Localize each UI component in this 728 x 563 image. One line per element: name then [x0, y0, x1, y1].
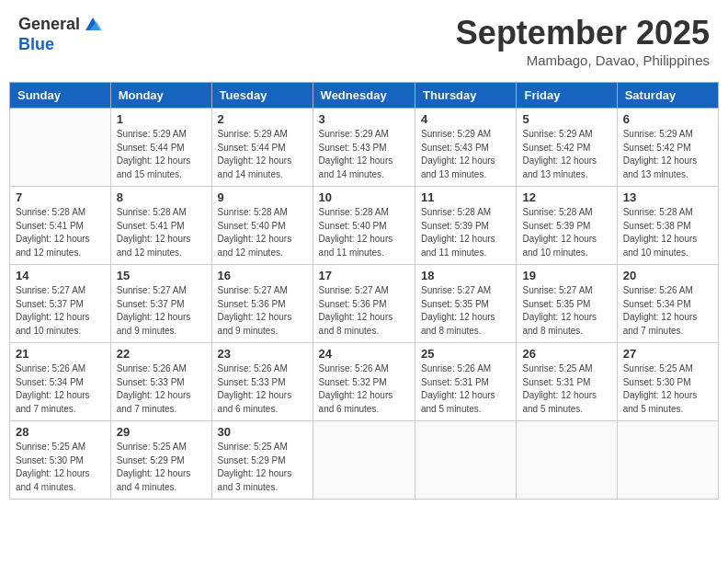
calendar-cell — [313, 421, 415, 500]
day-number: 8 — [117, 190, 206, 204]
day-info: Sunrise: 5:26 AM Sunset: 5:31 PM Dayligh… — [421, 362, 510, 416]
calendar-table: SundayMondayTuesdayWednesdayThursdayFrid… — [9, 82, 719, 500]
calendar-cell: 16Sunrise: 5:27 AM Sunset: 5:36 PM Dayli… — [211, 265, 313, 343]
day-info: Sunrise: 5:25 AM Sunset: 5:29 PM Dayligh… — [218, 441, 307, 494]
calendar-cell: 15Sunrise: 5:27 AM Sunset: 5:37 PM Dayli… — [110, 265, 211, 343]
day-info: Sunrise: 5:28 AM Sunset: 5:38 PM Dayligh… — [623, 206, 712, 259]
calendar-cell: 21Sunrise: 5:26 AM Sunset: 5:34 PM Dayli… — [10, 343, 111, 421]
day-number: 17 — [319, 269, 409, 282]
calendar-cell: 19Sunrise: 5:27 AM Sunset: 5:35 PM Dayli… — [517, 265, 617, 343]
logo: General Blue — [18, 14, 104, 54]
calendar-cell: 11Sunrise: 5:28 AM Sunset: 5:39 PM Dayli… — [415, 187, 517, 265]
column-header-thursday: Thursday — [415, 83, 517, 109]
calendar-cell: 17Sunrise: 5:27 AM Sunset: 5:36 PM Dayli… — [313, 265, 415, 343]
logo-blue-text: Blue — [18, 36, 104, 54]
day-number: 28 — [16, 425, 105, 439]
day-info: Sunrise: 5:27 AM Sunset: 5:35 PM Dayligh… — [421, 284, 510, 338]
day-info: Sunrise: 5:26 AM Sunset: 5:33 PM Dayligh… — [218, 362, 307, 416]
location-text: Mambago, Davao, Philippines — [456, 52, 710, 68]
day-number: 4 — [421, 112, 510, 126]
column-header-sunday: Sunday — [10, 83, 111, 109]
calendar-cell: 29Sunrise: 5:25 AM Sunset: 5:29 PM Dayli… — [110, 421, 211, 500]
calendar-cell: 2Sunrise: 5:29 AM Sunset: 5:44 PM Daylig… — [211, 109, 313, 187]
day-info: Sunrise: 5:28 AM Sunset: 5:41 PM Dayligh… — [16, 206, 105, 259]
day-info: Sunrise: 5:27 AM Sunset: 5:36 PM Dayligh… — [319, 284, 409, 338]
day-number: 11 — [421, 190, 510, 204]
day-number: 9 — [218, 190, 307, 204]
calendar-cell: 18Sunrise: 5:27 AM Sunset: 5:35 PM Dayli… — [415, 265, 517, 343]
calendar-cell: 4Sunrise: 5:29 AM Sunset: 5:43 PM Daylig… — [415, 109, 517, 187]
day-info: Sunrise: 5:29 AM Sunset: 5:44 PM Dayligh… — [117, 128, 206, 181]
calendar-cell: 7Sunrise: 5:28 AM Sunset: 5:41 PM Daylig… — [10, 187, 111, 265]
day-info: Sunrise: 5:25 AM Sunset: 5:30 PM Dayligh… — [16, 441, 105, 494]
day-info: Sunrise: 5:27 AM Sunset: 5:36 PM Dayligh… — [218, 284, 307, 338]
day-number: 14 — [16, 269, 105, 282]
calendar-cell: 20Sunrise: 5:26 AM Sunset: 5:34 PM Dayli… — [617, 265, 718, 343]
calendar-cell: 14Sunrise: 5:27 AM Sunset: 5:37 PM Dayli… — [10, 265, 111, 343]
day-number: 15 — [117, 269, 206, 282]
day-info: Sunrise: 5:29 AM Sunset: 5:42 PM Dayligh… — [623, 128, 712, 181]
day-info: Sunrise: 5:27 AM Sunset: 5:37 PM Dayligh… — [16, 284, 105, 338]
day-number: 12 — [522, 190, 610, 204]
calendar-cell: 5Sunrise: 5:29 AM Sunset: 5:42 PM Daylig… — [517, 109, 617, 187]
day-number: 25 — [421, 347, 510, 361]
calendar-cell — [617, 421, 718, 500]
logo-icon — [82, 14, 104, 36]
title-block: September 2025 Mambago, Davao, Philippin… — [456, 14, 710, 68]
calendar-cell: 30Sunrise: 5:25 AM Sunset: 5:29 PM Dayli… — [211, 421, 313, 500]
week-row-1: 1Sunrise: 5:29 AM Sunset: 5:44 PM Daylig… — [10, 109, 719, 187]
day-number: 6 — [623, 112, 712, 126]
day-number: 5 — [522, 112, 610, 126]
day-number: 20 — [623, 269, 712, 282]
day-number: 26 — [522, 347, 610, 361]
day-info: Sunrise: 5:29 AM Sunset: 5:42 PM Dayligh… — [522, 128, 610, 181]
page-header: General Blue September 2025 Mambago, Dav… — [9, 9, 719, 73]
day-number: 29 — [117, 425, 206, 439]
week-row-3: 14Sunrise: 5:27 AM Sunset: 5:37 PM Dayli… — [10, 265, 719, 343]
day-info: Sunrise: 5:25 AM Sunset: 5:31 PM Dayligh… — [522, 362, 610, 416]
day-number: 21 — [16, 347, 105, 361]
day-number: 30 — [218, 425, 307, 439]
day-number: 22 — [117, 347, 206, 361]
day-info: Sunrise: 5:25 AM Sunset: 5:30 PM Dayligh… — [623, 362, 712, 416]
week-row-5: 28Sunrise: 5:25 AM Sunset: 5:30 PM Dayli… — [10, 421, 719, 500]
day-number: 13 — [623, 190, 712, 204]
calendar-cell — [10, 109, 111, 187]
day-number: 27 — [623, 347, 712, 361]
column-header-wednesday: Wednesday — [313, 83, 415, 109]
day-info: Sunrise: 5:27 AM Sunset: 5:37 PM Dayligh… — [117, 284, 206, 338]
column-header-tuesday: Tuesday — [211, 83, 313, 109]
week-row-2: 7Sunrise: 5:28 AM Sunset: 5:41 PM Daylig… — [10, 187, 719, 265]
calendar-header-row: SundayMondayTuesdayWednesdayThursdayFrid… — [10, 83, 719, 109]
day-number: 10 — [319, 190, 409, 204]
calendar-cell: 12Sunrise: 5:28 AM Sunset: 5:39 PM Dayli… — [517, 187, 617, 265]
calendar-cell: 9Sunrise: 5:28 AM Sunset: 5:40 PM Daylig… — [211, 187, 313, 265]
day-info: Sunrise: 5:26 AM Sunset: 5:33 PM Dayligh… — [117, 362, 206, 416]
day-info: Sunrise: 5:28 AM Sunset: 5:41 PM Dayligh… — [117, 206, 206, 259]
calendar-cell: 3Sunrise: 5:29 AM Sunset: 5:43 PM Daylig… — [313, 109, 415, 187]
calendar-cell — [517, 421, 617, 500]
day-info: Sunrise: 5:29 AM Sunset: 5:44 PM Dayligh… — [218, 128, 307, 181]
calendar-cell: 23Sunrise: 5:26 AM Sunset: 5:33 PM Dayli… — [211, 343, 313, 421]
day-info: Sunrise: 5:27 AM Sunset: 5:35 PM Dayligh… — [522, 284, 610, 338]
calendar-cell: 13Sunrise: 5:28 AM Sunset: 5:38 PM Dayli… — [617, 187, 718, 265]
calendar-cell: 1Sunrise: 5:29 AM Sunset: 5:44 PM Daylig… — [110, 109, 211, 187]
calendar-cell: 27Sunrise: 5:25 AM Sunset: 5:30 PM Dayli… — [617, 343, 718, 421]
day-info: Sunrise: 5:26 AM Sunset: 5:32 PM Dayligh… — [319, 362, 409, 416]
month-title: September 2025 — [456, 14, 710, 52]
calendar-cell: 8Sunrise: 5:28 AM Sunset: 5:41 PM Daylig… — [110, 187, 211, 265]
column-header-saturday: Saturday — [617, 83, 718, 109]
day-number: 1 — [117, 112, 206, 126]
day-number: 16 — [218, 269, 307, 282]
day-number: 19 — [522, 269, 610, 282]
calendar-cell: 10Sunrise: 5:28 AM Sunset: 5:40 PM Dayli… — [313, 187, 415, 265]
day-info: Sunrise: 5:26 AM Sunset: 5:34 PM Dayligh… — [623, 284, 712, 338]
day-info: Sunrise: 5:29 AM Sunset: 5:43 PM Dayligh… — [421, 128, 510, 181]
day-number: 23 — [218, 347, 307, 361]
logo-general-text: General — [18, 16, 80, 34]
day-number: 3 — [319, 112, 409, 126]
day-number: 18 — [421, 269, 510, 282]
calendar-cell: 6Sunrise: 5:29 AM Sunset: 5:42 PM Daylig… — [617, 109, 718, 187]
calendar-cell: 28Sunrise: 5:25 AM Sunset: 5:30 PM Dayli… — [10, 421, 111, 500]
day-number: 2 — [218, 112, 307, 126]
